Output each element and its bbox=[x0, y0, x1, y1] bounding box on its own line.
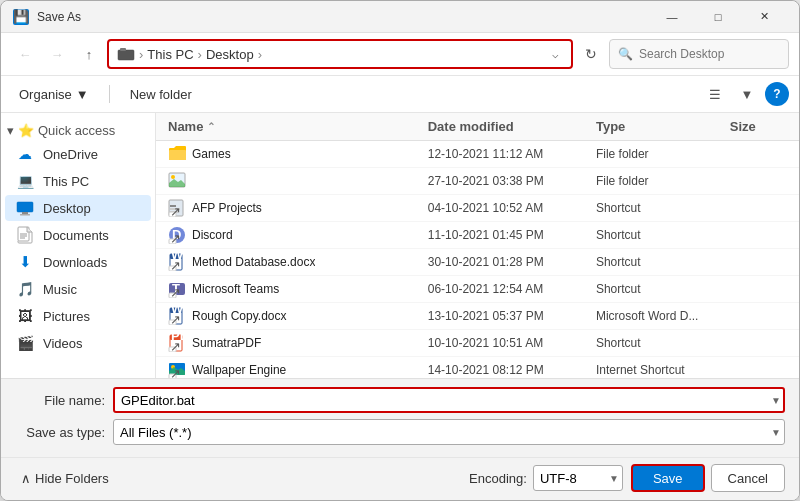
table-row[interactable]: PDF↗ SumatraPDF 10-10-2021 10:51 AM Shor… bbox=[156, 330, 799, 357]
titlebar-icon: 💾 bbox=[13, 9, 29, 25]
address-this-pc: This PC bbox=[147, 47, 193, 62]
pictures-icon: 🖼 bbox=[15, 308, 35, 324]
col-header-name[interactable]: Name ⌃ bbox=[164, 117, 424, 136]
file-name-cell: Games bbox=[164, 144, 424, 164]
file-size bbox=[726, 261, 791, 263]
new-folder-label: New folder bbox=[130, 87, 192, 102]
encoding-select[interactable]: UTF-8 bbox=[533, 465, 623, 491]
svg-rect-3 bbox=[22, 212, 28, 214]
file-size bbox=[726, 153, 791, 155]
file-name-label: Discord bbox=[192, 228, 233, 242]
bottom-area: File name: ▼ Save as type: All Files (*.… bbox=[1, 378, 799, 457]
titlebar-controls: — □ ✕ bbox=[649, 1, 787, 33]
saveas-select[interactable]: All Files (*.*) bbox=[113, 419, 785, 445]
table-row[interactable]: Games 12-10-2021 11:12 AM File folder bbox=[156, 141, 799, 168]
quick-access-label: Quick access bbox=[38, 123, 115, 138]
file-type-icon: ↗ bbox=[168, 361, 186, 378]
music-icon: 🎵 bbox=[15, 281, 35, 297]
filename-label: File name: bbox=[15, 393, 105, 408]
sidebar-item-desktop[interactable]: Desktop bbox=[5, 195, 151, 221]
search-input[interactable] bbox=[639, 47, 780, 61]
table-row[interactable]: W↗ Method Database.docx 30-10-2021 01:28… bbox=[156, 249, 799, 276]
toolbar-right: ☰ ▼ ? bbox=[701, 80, 789, 108]
new-folder-button[interactable]: New folder bbox=[122, 83, 200, 106]
minimize-button[interactable]: — bbox=[649, 1, 695, 33]
file-date: 06-10-2021 12:54 AM bbox=[424, 281, 592, 297]
sidebar-item-onedrive[interactable]: ☁ OneDrive bbox=[5, 141, 151, 167]
this-pc-label: This PC bbox=[43, 174, 89, 189]
file-type-text: File folder bbox=[592, 146, 726, 162]
search-box[interactable]: 🔍 bbox=[609, 39, 789, 69]
file-type-icon: W↗ bbox=[168, 307, 186, 325]
footer-row: ∧ Hide Folders Encoding: UTF-8 ▼ Save Ca… bbox=[1, 457, 799, 500]
file-size bbox=[726, 315, 791, 317]
file-type-icon bbox=[168, 172, 186, 190]
svg-text:↗: ↗ bbox=[170, 312, 181, 325]
documents-icon bbox=[15, 227, 35, 243]
toolbar-divider bbox=[109, 85, 110, 103]
sidebar-item-music[interactable]: 🎵 Music bbox=[5, 276, 151, 302]
addressbar-row: ← → ↑ › This PC › Desktop › ⌵ ↻ 🔍 bbox=[1, 33, 799, 76]
onedrive-icon: ☁ bbox=[15, 146, 35, 162]
svg-rect-0 bbox=[118, 50, 134, 60]
svg-rect-4 bbox=[20, 214, 30, 216]
sidebar-item-documents[interactable]: Documents bbox=[5, 222, 151, 248]
encoding-label: Encoding: bbox=[469, 471, 527, 486]
file-type-text: Shortcut bbox=[592, 227, 726, 243]
toolbar-row: Organise ▼ New folder ☰ ▼ ? bbox=[1, 76, 799, 113]
file-rows-container: Games 12-10-2021 11:12 AM File folder 27… bbox=[156, 141, 799, 378]
file-size bbox=[726, 180, 791, 182]
desktop-label: Desktop bbox=[43, 201, 91, 216]
table-row[interactable]: 27-10-2021 03:38 PM File folder bbox=[156, 168, 799, 195]
up-button[interactable]: ↑ bbox=[75, 40, 103, 68]
titlebar: 💾 Save As — □ ✕ bbox=[1, 1, 799, 33]
file-name-cell: PDF↗ SumatraPDF bbox=[164, 333, 424, 353]
organise-chevron-icon: ▼ bbox=[76, 87, 89, 102]
table-row[interactable]: D↗ Discord 11-10-2021 01:45 PM Shortcut bbox=[156, 222, 799, 249]
organise-button[interactable]: Organise ▼ bbox=[11, 83, 97, 106]
filename-input[interactable] bbox=[113, 387, 785, 413]
maximize-button[interactable]: □ bbox=[695, 1, 741, 33]
file-type-text: Shortcut bbox=[592, 335, 726, 351]
back-button[interactable]: ← bbox=[11, 40, 39, 68]
file-name-label: Rough Copy.docx bbox=[192, 309, 287, 323]
table-row[interactable]: ↗ AFP Projects 04-10-2021 10:52 AM Short… bbox=[156, 195, 799, 222]
hide-folders-label: Hide Folders bbox=[35, 471, 109, 486]
col-header-date[interactable]: Date modified bbox=[424, 117, 592, 136]
encoding-select-wrap: UTF-8 ▼ bbox=[533, 465, 623, 491]
file-name-cell: ↗ Wallpaper Engine bbox=[164, 360, 424, 378]
computer-icon bbox=[117, 45, 135, 63]
address-chevron-button[interactable]: ⌵ bbox=[548, 46, 563, 63]
close-button[interactable]: ✕ bbox=[741, 1, 787, 33]
sidebar-item-videos[interactable]: 🎬 Videos bbox=[5, 330, 151, 356]
address-box[interactable]: › This PC › Desktop › ⌵ bbox=[107, 39, 573, 69]
table-row[interactable]: ↗ Wallpaper Engine 14-10-2021 08:12 PM I… bbox=[156, 357, 799, 378]
footer-right: Save Cancel bbox=[631, 464, 785, 492]
address-desktop: Desktop bbox=[206, 47, 254, 62]
sidebar-item-pictures[interactable]: 🖼 Pictures bbox=[5, 303, 151, 329]
cancel-button[interactable]: Cancel bbox=[711, 464, 785, 492]
sidebar-item-quick-access[interactable]: ▾ ⭐ Quick access bbox=[1, 117, 155, 140]
col-header-type[interactable]: Type bbox=[592, 117, 726, 136]
col-header-size[interactable]: Size bbox=[726, 117, 791, 136]
save-button[interactable]: Save bbox=[631, 464, 705, 492]
videos-icon: 🎬 bbox=[15, 335, 35, 351]
file-name-label: Games bbox=[192, 147, 231, 161]
file-name-cell bbox=[164, 171, 424, 191]
table-row[interactable]: T↗ Microsoft Teams 06-10-2021 12:54 AM S… bbox=[156, 276, 799, 303]
svg-rect-1 bbox=[120, 48, 126, 51]
svg-text:↗: ↗ bbox=[170, 258, 181, 271]
sidebar-item-this-pc[interactable]: 💻 This PC bbox=[5, 168, 151, 194]
svg-text:↗: ↗ bbox=[170, 231, 181, 244]
view-toggle-button[interactable]: ☰ bbox=[701, 80, 729, 108]
forward-button[interactable]: → bbox=[43, 40, 71, 68]
sidebar-item-downloads[interactable]: ⬇ Downloads bbox=[5, 249, 151, 275]
quick-access-chevron-icon: ▾ bbox=[7, 123, 14, 138]
hide-folders-button[interactable]: ∧ Hide Folders bbox=[15, 467, 115, 490]
help-button[interactable]: ? bbox=[765, 82, 789, 106]
view-options-button[interactable]: ▼ bbox=[733, 80, 761, 108]
table-row[interactable]: W↗ Rough Copy.docx 13-10-2021 05:37 PM M… bbox=[156, 303, 799, 330]
svg-text:↗: ↗ bbox=[170, 366, 181, 378]
refresh-button[interactable]: ↻ bbox=[577, 40, 605, 68]
file-name-label: Microsoft Teams bbox=[192, 282, 279, 296]
